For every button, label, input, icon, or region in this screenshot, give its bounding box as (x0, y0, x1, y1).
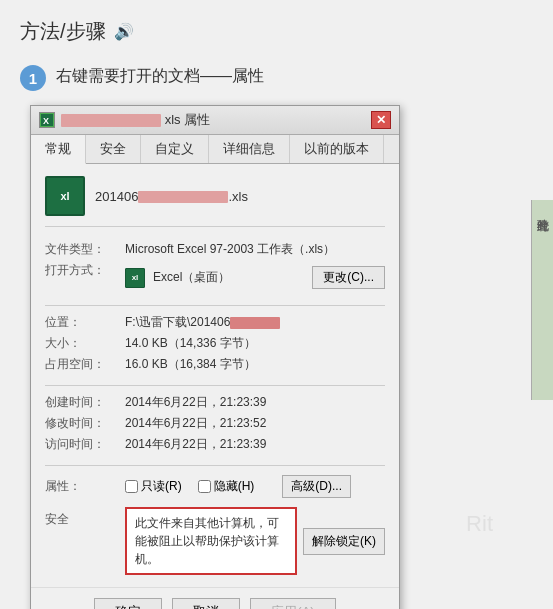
excel-small-icon: xl (125, 268, 145, 288)
ok-button[interactable]: 确定 (94, 598, 162, 609)
readonly-label[interactable]: 只读(R) (125, 478, 182, 495)
page-container: 方法/步骤 🔊 1 右键需要打开的文档——属性 X (0, 0, 553, 609)
size-value: 14.0 KB（14,336 字节） (125, 333, 385, 354)
open-with-value: Excel（桌面） (153, 269, 230, 286)
open-with-inner: xl Excel（桌面） 更改(C)... (125, 266, 385, 289)
dialog-box: X xls 属性 ✕ 常规 安全 自定义 详细信息 以前的版本 (30, 105, 400, 609)
accessed-value: 2014年6月22日，21:23:39 (125, 434, 385, 455)
security-label: 安全 (45, 507, 125, 528)
divider-1 (45, 305, 385, 306)
speaker-icon[interactable]: 🔊 (114, 22, 134, 41)
cancel-button[interactable]: 取消 (172, 598, 240, 609)
tab-custom[interactable]: 自定义 (141, 135, 209, 163)
svg-text:X: X (43, 116, 49, 126)
file-header: xl 201406.xls (45, 176, 385, 227)
close-button[interactable]: ✕ (371, 111, 391, 129)
file-type-label: 文件类型： (45, 239, 125, 260)
file-type-row: 文件类型： Microsoft Excel 97-2003 工作表（.xls） (45, 239, 385, 260)
hidden-checkbox[interactable] (198, 480, 211, 493)
location-table: 位置： F:\迅雷下载\201406 大小： 14.0 KB（14,336 字节… (45, 312, 385, 375)
file-type-value: Microsoft Excel 97-2003 工作表（.xls） (125, 239, 385, 260)
disk-size-value: 16.0 KB（16,384 字节） (125, 354, 385, 375)
location-value: F:\迅雷下载\201406 (125, 312, 385, 333)
hidden-label[interactable]: 隐藏(H) (198, 478, 255, 495)
attributes-label: 属性： (45, 478, 125, 495)
advanced-button[interactable]: 高级(D)... (282, 475, 351, 498)
attributes-row: 属性： 只读(R) 隐藏(H) 高级(D)... (45, 472, 385, 501)
file-icon-excel: xl (45, 176, 85, 216)
dialog-titlebar: X xls 属性 ✕ (31, 106, 399, 135)
dialog-body: xl 201406.xls 文件类型： Microsoft Excel 97-2… (31, 164, 399, 587)
step-text: 右键需要打开的文档——属性 (56, 63, 264, 87)
dialog-title-icon: X (39, 112, 55, 128)
right-side-panel: 此经验有 (531, 200, 553, 400)
step-container: 1 右键需要打开的文档——属性 (20, 63, 533, 91)
info-table: 文件类型： Microsoft Excel 97-2003 工作表（.xls） … (45, 239, 385, 295)
dialog-footer: 确定 取消 应用(A) (31, 587, 399, 609)
location-label: 位置： (45, 312, 125, 333)
security-content: 此文件来自其他计算机，可能被阻止以帮助保护该计算机。 解除锁定(K) (125, 507, 385, 575)
unlock-button[interactable]: 解除锁定(K) (303, 528, 385, 555)
dialog-title-suffix: xls 属性 (165, 112, 211, 127)
attr-checkboxes: 只读(R) 隐藏(H) 高级(D)... (125, 475, 351, 498)
file-name-area: 201406.xls (95, 187, 248, 205)
created-row: 创建时间： 2014年6月22日，21:23:39 (45, 392, 385, 413)
file-name-suffix: .xls (228, 189, 248, 204)
security-warning-box: 此文件来自其他计算机，可能被阻止以帮助保护该计算机。 (125, 507, 297, 575)
created-label: 创建时间： (45, 392, 125, 413)
size-row: 大小： 14.0 KB（14,336 字节） (45, 333, 385, 354)
change-button[interactable]: 更改(C)... (312, 266, 385, 289)
dialog-wrapper: X xls 属性 ✕ 常规 安全 自定义 详细信息 以前的版本 (30, 105, 533, 609)
page-title-area: 方法/步骤 🔊 (20, 18, 533, 45)
disk-size-label: 占用空间： (45, 354, 125, 375)
location-prefix: F:\迅雷下载\201406 (125, 315, 230, 329)
tab-security[interactable]: 安全 (86, 135, 141, 163)
file-name-prefix: 201406 (95, 189, 138, 204)
dates-table: 创建时间： 2014年6月22日，21:23:39 修改时间： 2014年6月2… (45, 392, 385, 455)
open-with-row-tr: 打开方式： xl Excel（桌面） 更改(C)... (45, 260, 385, 295)
dialog-title-text: xls 属性 (61, 111, 210, 129)
apply-button[interactable]: 应用(A) (250, 598, 335, 609)
divider-3 (45, 465, 385, 466)
security-text: 此文件来自其他计算机，可能被阻止以帮助保护该计算机。 (135, 516, 279, 566)
dialog-titlebar-left: X xls 属性 (39, 111, 210, 129)
security-section: 安全 此文件来自其他计算机，可能被阻止以帮助保护该计算机。 解除锁定(K) (45, 507, 385, 575)
open-with-area: xl Excel（桌面） 更改(C)... (125, 260, 385, 295)
size-label: 大小： (45, 333, 125, 354)
tab-previous-versions[interactable]: 以前的版本 (290, 135, 384, 163)
dialog-tabs: 常规 安全 自定义 详细信息 以前的版本 (31, 135, 399, 164)
divider-2 (45, 385, 385, 386)
disk-size-row: 占用空间： 16.0 KB（16,384 字节） (45, 354, 385, 375)
location-row: 位置： F:\迅雷下载\201406 (45, 312, 385, 333)
readonly-checkbox[interactable] (125, 480, 138, 493)
page-title: 方法/步骤 (20, 18, 106, 45)
tab-details[interactable]: 详细信息 (209, 135, 290, 163)
modified-value: 2014年6月22日，21:23:52 (125, 413, 385, 434)
step-number: 1 (20, 65, 46, 91)
readonly-text: 只读(R) (141, 478, 182, 495)
accessed-row: 访问时间： 2014年6月22日，21:23:39 (45, 434, 385, 455)
tab-general[interactable]: 常规 (31, 135, 86, 164)
modified-label: 修改时间： (45, 413, 125, 434)
accessed-label: 访问时间： (45, 434, 125, 455)
modified-row: 修改时间： 2014年6月22日，21:23:52 (45, 413, 385, 434)
open-with-label: 打开方式： (45, 260, 125, 295)
hidden-text: 隐藏(H) (214, 478, 255, 495)
created-value: 2014年6月22日，21:23:39 (125, 392, 385, 413)
